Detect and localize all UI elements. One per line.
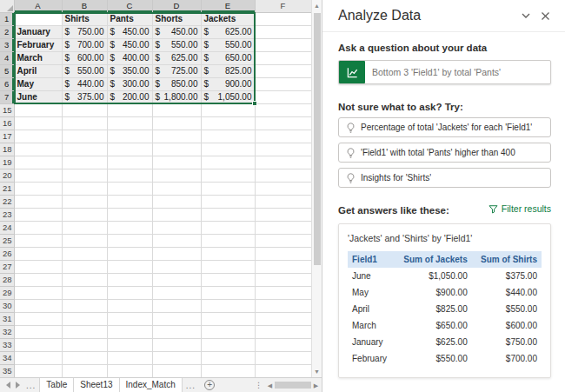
spreadsheet-grid[interactable]: ABCDEF1ShirtsPantsShortsJackets2January$… xyxy=(0,0,311,377)
cell-C27[interactable] xyxy=(107,260,152,273)
cell-D29[interactable] xyxy=(152,286,201,299)
cell-C3[interactable]: $450.00 xyxy=(107,38,152,51)
cell-E35[interactable] xyxy=(201,364,255,377)
cell-B20[interactable] xyxy=(62,169,107,182)
cell-F2[interactable] xyxy=(255,25,311,38)
cell-A31[interactable] xyxy=(14,312,62,325)
cell-C5[interactable]: $350.00 xyxy=(107,64,152,77)
cell-A6[interactable]: May xyxy=(14,77,62,90)
row-header-29[interactable]: 29 xyxy=(0,286,14,299)
cell-F25[interactable] xyxy=(255,234,311,247)
cell-A33[interactable] xyxy=(14,338,62,351)
scroll-right-arrow-icon[interactable]: ▶ xyxy=(311,378,321,392)
cell-B21[interactable] xyxy=(62,182,107,195)
cell-C20[interactable] xyxy=(107,169,152,182)
cell-A30[interactable] xyxy=(14,299,62,312)
cell-A22[interactable] xyxy=(14,195,62,208)
cell-C15[interactable] xyxy=(107,103,152,116)
cell-A1[interactable] xyxy=(14,12,62,25)
query-input[interactable]: Bottom 3 'Field1' by total 'Pants' xyxy=(338,60,551,84)
cell-B23[interactable] xyxy=(62,208,107,221)
cell-B3[interactable]: $700.00 xyxy=(62,38,107,51)
cell-D31[interactable] xyxy=(152,312,201,325)
vertical-scrollbar-thumb[interactable] xyxy=(314,13,321,265)
horizontal-scrollbar-thumb[interactable] xyxy=(275,382,311,389)
cell-D5[interactable]: $725.00 xyxy=(152,64,201,77)
cell-C2[interactable]: $450.00 xyxy=(107,25,152,38)
row-header-4[interactable]: 4 xyxy=(0,51,14,64)
scrollbar-splitter[interactable]: ⋮ xyxy=(255,381,263,389)
sheet-tab-Sheet13[interactable]: Sheet13 xyxy=(74,378,119,392)
cell-A24[interactable] xyxy=(14,221,62,234)
row-header-16[interactable]: 16 xyxy=(0,116,14,130)
cell-D33[interactable] xyxy=(152,338,201,351)
cell-E30[interactable] xyxy=(201,299,255,312)
cell-A34[interactable] xyxy=(14,351,62,364)
row-header-30[interactable]: 30 xyxy=(0,299,14,312)
cell-A27[interactable] xyxy=(14,260,62,273)
answer-card[interactable]: 'Jackets' and 'Shirts' by 'Field1' Field… xyxy=(338,223,551,378)
cell-E27[interactable] xyxy=(201,260,255,273)
cell-C25[interactable] xyxy=(107,234,152,247)
cell-B25[interactable] xyxy=(62,234,107,247)
row-header-22[interactable]: 22 xyxy=(0,195,14,208)
cell-E21[interactable] xyxy=(201,182,255,195)
cell-B34[interactable] xyxy=(62,351,107,364)
column-header-C[interactable]: C xyxy=(107,0,152,12)
cell-E25[interactable] xyxy=(201,234,255,247)
cell-E23[interactable] xyxy=(201,208,255,221)
column-header-E[interactable]: E xyxy=(201,0,255,12)
cell-E17[interactable] xyxy=(201,130,255,143)
cell-E20[interactable] xyxy=(201,169,255,182)
tab-scroll-right-icon[interactable] xyxy=(16,382,20,389)
cell-C32[interactable] xyxy=(107,325,152,338)
row-header-25[interactable]: 25 xyxy=(0,234,14,247)
scroll-left-arrow-icon[interactable]: ◀ xyxy=(265,378,275,392)
cell-D17[interactable] xyxy=(152,130,201,143)
cell-F1[interactable] xyxy=(255,12,311,25)
cell-B30[interactable] xyxy=(62,299,107,312)
cell-D22[interactable] xyxy=(152,195,201,208)
close-icon[interactable] xyxy=(535,6,555,25)
cell-B31[interactable] xyxy=(62,312,107,325)
cell-B24[interactable] xyxy=(62,221,107,234)
cell-D15[interactable] xyxy=(152,103,201,116)
cell-D3[interactable]: $550.00 xyxy=(152,38,201,51)
cell-C29[interactable] xyxy=(107,286,152,299)
cell-B22[interactable] xyxy=(62,195,107,208)
cell-C23[interactable] xyxy=(107,208,152,221)
cell-D4[interactable]: $625.00 xyxy=(152,51,201,64)
cell-C30[interactable] xyxy=(107,299,152,312)
fill-handle[interactable] xyxy=(252,101,257,106)
cell-B32[interactable] xyxy=(62,325,107,338)
cell-B5[interactable]: $550.00 xyxy=(62,64,107,77)
cell-B27[interactable] xyxy=(62,260,107,273)
cell-C18[interactable] xyxy=(107,143,152,156)
row-header-27[interactable]: 27 xyxy=(0,260,14,273)
cell-B6[interactable]: $440.00 xyxy=(62,77,107,90)
cell-B4[interactable]: $600.00 xyxy=(62,51,107,64)
row-header-34[interactable]: 34 xyxy=(0,351,14,364)
cell-B15[interactable] xyxy=(62,103,107,116)
cell-D24[interactable] xyxy=(152,221,201,234)
row-header-17[interactable]: 17 xyxy=(0,130,14,143)
row-header-26[interactable]: 26 xyxy=(0,247,14,260)
cell-C24[interactable] xyxy=(107,221,152,234)
cell-B29[interactable] xyxy=(62,286,107,299)
cell-A2[interactable]: January xyxy=(14,25,62,38)
column-header-F[interactable]: F xyxy=(255,0,311,12)
horizontal-scrollbar[interactable]: ◀ ▶ xyxy=(265,378,321,392)
row-header-1[interactable]: 1 xyxy=(0,12,14,25)
cell-C6[interactable]: $300.00 xyxy=(107,77,152,90)
cell-F29[interactable] xyxy=(255,286,311,299)
cell-C26[interactable] xyxy=(107,247,152,260)
cell-F4[interactable] xyxy=(255,51,311,64)
cell-A26[interactable] xyxy=(14,247,62,260)
cell-E18[interactable] xyxy=(201,143,255,156)
cell-C7[interactable]: $200.00 xyxy=(107,90,152,103)
cell-F16[interactable] xyxy=(255,116,311,130)
cell-A17[interactable] xyxy=(14,130,62,143)
cell-C31[interactable] xyxy=(107,312,152,325)
cell-A23[interactable] xyxy=(14,208,62,221)
row-header-19[interactable]: 19 xyxy=(0,156,14,169)
